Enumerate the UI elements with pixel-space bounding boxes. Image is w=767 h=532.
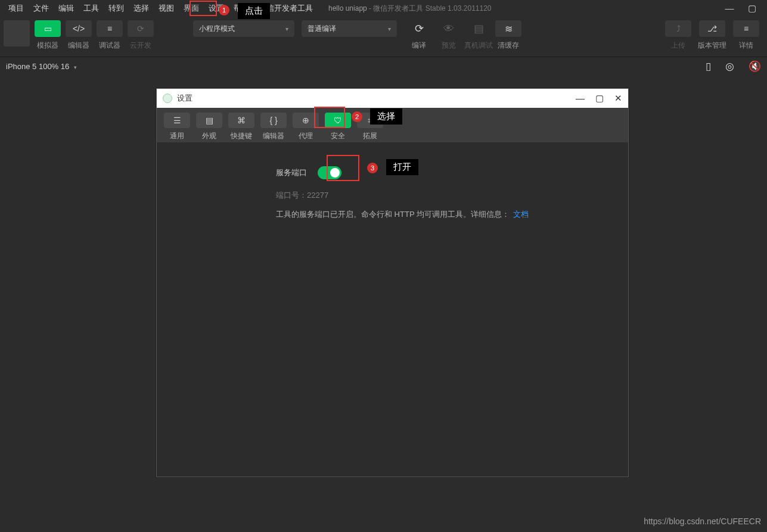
editor-label: 编辑器 — [68, 41, 89, 51]
preview-eye-icon[interactable]: 👁 — [443, 20, 454, 37]
version-branch-icon[interactable]: ⎇ — [699, 20, 725, 37]
maximize-icon[interactable]: ▢ — [747, 3, 757, 14]
dialog-minimize-icon[interactable]: — — [576, 93, 585, 104]
service-port-toggle[interactable] — [318, 166, 341, 179]
simulator-label: 模拟器 — [37, 41, 58, 51]
remote-debug-qr-icon[interactable]: ▤ — [474, 20, 484, 37]
tab-extension-label: 拓展 — [363, 131, 377, 141]
clouddev-label: 云开发 — [130, 41, 151, 51]
device-select[interactable]: iPhone 5 100% 16 ▾ — [6, 62, 77, 71]
clear-cache-label: 清缓存 — [498, 41, 519, 51]
tab-proxy-globe-icon[interactable]: ⊕ — [293, 113, 319, 128]
dialog-titlebar: 设置 — ▢ ✕ — [157, 89, 628, 108]
menu-item-help[interactable]: 帮助 — [229, 1, 254, 16]
dialog-tabs: ☰通用 ▤外观 ⌘快捷键 { }编辑器 ⊕代理 🛡安全 ⌗拓展 — [157, 108, 628, 142]
dialog-title: 设置 — [177, 93, 192, 104]
tab-appearance-layout-icon[interactable]: ▤ — [196, 113, 222, 128]
dialog-close-icon[interactable]: ✕ — [614, 93, 622, 104]
version-label: 版本管理 — [698, 41, 726, 51]
preview-thumbnail[interactable] — [4, 20, 30, 46]
menu-item-select[interactable]: 选择 — [129, 1, 154, 16]
main-toolbar: ▭ 模拟器 </> 编辑器 ≡ 调试器 ⟳ 云开发 小程序模式 ▾ 普通编译 ▾… — [0, 17, 767, 57]
clear-cache-stack-icon[interactable]: ≋ — [495, 20, 521, 37]
chevron-down-icon: ▾ — [388, 26, 391, 32]
tab-shortcuts-label: 快捷键 — [231, 131, 252, 141]
details-label: 详情 — [739, 41, 753, 51]
menu-item-file[interactable]: 文件 — [29, 1, 54, 16]
tab-general-label: 通用 — [170, 131, 184, 141]
editor-code-icon[interactable]: </> — [66, 20, 92, 37]
compile-select[interactable]: 普通编译 ▾ — [302, 20, 397, 37]
dialog-body: 服务端口 端口号：22277 工具的服务端口已开启。命令行和 HTTP 均可调用… — [157, 142, 628, 477]
menu-item-view[interactable]: 视图 — [154, 1, 179, 16]
doc-link[interactable]: 文档 — [513, 210, 529, 219]
app-logo-icon — [163, 94, 172, 103]
tab-security-label: 安全 — [331, 131, 345, 141]
upload-icon[interactable]: ⤴ — [665, 20, 691, 37]
details-menu-icon[interactable]: ≡ — [733, 20, 759, 37]
mode-select-value: 小程序模式 — [199, 24, 235, 34]
menu-item-settings[interactable]: 设置 — [204, 1, 229, 16]
device-phone-icon[interactable]: ▯ — [706, 60, 711, 73]
remote-debug-label: 真机调试 — [464, 41, 493, 51]
preview-label: 预览 — [442, 41, 456, 51]
minimize-icon[interactable]: — — [724, 3, 735, 14]
mode-select[interactable]: 小程序模式 ▾ — [193, 20, 294, 37]
sound-mute-icon[interactable]: 🔇 — [749, 60, 761, 73]
tab-proxy-label: 代理 — [299, 131, 313, 141]
app-name: hello uniapp — [328, 4, 367, 13]
service-port-description-row: 工具的服务端口已开启。命令行和 HTTP 均可调用工具。详细信息：文档 — [276, 209, 628, 220]
menu-item-interface[interactable]: 界面 — [179, 1, 204, 16]
port-value: 22277 — [307, 191, 328, 200]
menu-item-goto[interactable]: 转到 — [104, 1, 129, 16]
menu-item-project[interactable]: 项目 — [4, 1, 29, 16]
upload-label: 上传 — [671, 41, 685, 51]
debugger-sliders-icon[interactable]: ≡ — [97, 20, 123, 37]
service-port-description: 工具的服务端口已开启。命令行和 HTTP 均可调用工具。详细信息： — [276, 210, 510, 219]
compile-label: 编译 — [412, 41, 426, 51]
tab-editor-label: 编辑器 — [263, 131, 284, 141]
menu-item-tools[interactable]: 工具 — [79, 1, 104, 16]
service-port-label: 服务端口 — [276, 167, 307, 178]
menubar: 项目 文件 编辑 工具 转到 选择 视图 界面 设置 帮助 微信开发者工具 he… — [0, 0, 767, 17]
device-value: iPhone 5 100% 16 — [6, 62, 69, 71]
port-label: 端口号： — [276, 191, 307, 200]
tab-appearance-label: 外观 — [202, 131, 216, 141]
chevron-down-icon: ▾ — [74, 64, 77, 70]
dialog-maximize-icon[interactable]: ▢ — [595, 93, 604, 104]
statusbar: iPhone 5 100% 16 ▾ ▯ ◎ 🔇 — [0, 57, 767, 75]
chevron-down-icon: ▾ — [285, 26, 288, 32]
tab-editor-brackets-icon[interactable]: { } — [260, 113, 287, 128]
compile-refresh-icon[interactable]: ⟳ — [415, 20, 424, 37]
app-subtitle: - 微信开发者工具 Stable 1.03.2011120 — [367, 4, 492, 13]
port-row: 端口号：22277 — [276, 190, 628, 201]
watermark: https://blog.csdn.net/CUFEECR — [644, 517, 761, 526]
menu-item-wxdev[interactable]: 微信开发者工具 — [254, 1, 318, 16]
settings-dialog: 设置 — ▢ ✕ ☰通用 ▤外观 ⌘快捷键 { }编辑器 ⊕代理 🛡安全 ⌗拓展… — [156, 88, 629, 477]
record-circle-icon[interactable]: ◎ — [725, 60, 734, 73]
compile-select-value: 普通编译 — [308, 24, 336, 34]
menu-item-edit[interactable]: 编辑 — [54, 1, 79, 16]
simulator-phone-icon[interactable]: ▭ — [35, 20, 61, 37]
clouddev-link-icon[interactable]: ⟳ — [128, 20, 154, 37]
tab-shortcuts-keyboard-icon[interactable]: ⌘ — [228, 113, 254, 128]
debugger-label: 调试器 — [99, 41, 120, 51]
tab-extension-puzzle-icon[interactable]: ⌗ — [357, 113, 383, 128]
app-title: hello uniapp - 微信开发者工具 Stable 1.03.20111… — [328, 4, 492, 14]
tab-general-sliders-icon[interactable]: ☰ — [164, 113, 190, 128]
window-controls: — ▢ — [724, 3, 763, 14]
tab-security-shield-icon[interactable]: 🛡 — [325, 113, 351, 128]
